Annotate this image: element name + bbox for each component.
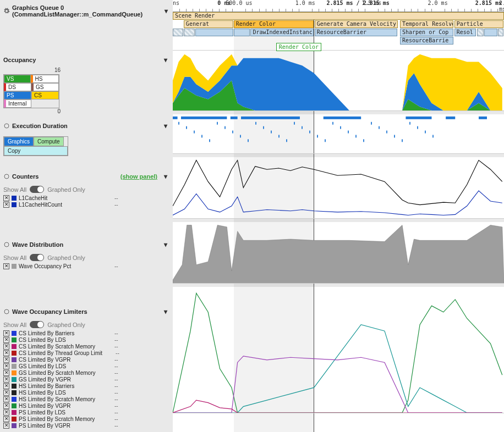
execution-lane[interactable] (173, 114, 504, 154)
list-item[interactable]: ✕GS Limited By VGPR-- (3, 376, 169, 383)
list-item[interactable]: ✕GS Limited By Scratch Memory-- (3, 370, 169, 376)
limiters-title: Wave Occupancy Limiters (12, 308, 87, 315)
event-bar[interactable] (195, 29, 233, 36)
list-item[interactable]: ✕PS Limited By Scratch Memory-- (3, 416, 169, 422)
checkbox-icon[interactable]: ✕ (3, 403, 9, 409)
list-item[interactable]: ✕CS Limited By LDS-- (3, 337, 169, 343)
event-bar[interactable]: ResourceBarrie (400, 37, 453, 45)
event-bar[interactable]: Generat (184, 20, 233, 28)
event-bar[interactable]: Particle (454, 20, 504, 28)
checkbox-icon[interactable]: ✕ (3, 350, 9, 356)
event-bar[interactable] (477, 29, 484, 36)
list-item[interactable]: ✕Wave Occupancy Pct-- (3, 263, 169, 269)
event-bar[interactable]: ResourceBarrier (315, 29, 398, 36)
legend-hs[interactable]: HS (31, 75, 59, 83)
svg-rect-37 (371, 122, 372, 125)
checkbox-icon[interactable]: ✕ (3, 344, 9, 350)
event-bar[interactable]: DrawIndexedInstanc (250, 29, 313, 36)
counter-value: -- (103, 396, 118, 402)
time-ruler[interactable]: 0 ns 2.815 ms / 2.815 ms 2.815 ms 0 ns50… (173, 0, 504, 12)
list-item[interactable]: ✕L1CacheHit-- (3, 195, 169, 201)
limiters-toggle[interactable] (30, 321, 44, 328)
event-bar[interactable] (484, 29, 497, 36)
legend-graphics[interactable]: Graphics (4, 137, 34, 146)
checkbox-icon[interactable]: ✕ (3, 383, 9, 389)
counters-header[interactable]: Counters (show panel) ▾ (3, 170, 169, 184)
chevron-down-icon[interactable]: ▾ (163, 7, 170, 15)
counters-title: Counters (12, 173, 39, 180)
checkbox-icon[interactable]: ✕ (3, 195, 9, 201)
event-bar[interactable]: Temporal Resolve (400, 20, 453, 28)
execution-header[interactable]: Execution Duration ▾ (3, 120, 169, 133)
counter-label: HS Limited By LDS (19, 390, 101, 396)
event-bar[interactable] (173, 29, 183, 36)
list-item[interactable]: ✕CS Limited By Thread Group Limit-- (3, 350, 169, 356)
svg-rect-22 (255, 122, 256, 125)
list-item[interactable]: ✕HS Limited By Barriers-- (3, 383, 169, 389)
legend-ds[interactable]: DS (4, 83, 31, 91)
chevron-down-icon[interactable]: ▾ (162, 241, 169, 248)
event-bar[interactable] (234, 29, 250, 36)
chevron-down-icon[interactable]: ▾ (162, 308, 169, 315)
list-item[interactable]: ✕HS Limited By Scratch Memory-- (3, 396, 169, 402)
checkbox-icon[interactable]: ✕ (3, 390, 9, 396)
event-bar[interactable]: Generate Camera Velocity (315, 20, 398, 28)
legend-compute[interactable]: Compute (34, 137, 64, 146)
occupancy-lane[interactable] (173, 51, 504, 111)
legend-copy[interactable]: Copy (4, 146, 68, 156)
color-swatch (12, 357, 17, 362)
svg-point-2 (4, 242, 9, 247)
event-bar[interactable]: Scene Render (173, 12, 504, 20)
counter-label: GS Limited By Scratch Memory (19, 370, 101, 376)
checkbox-icon[interactable]: ✕ (3, 363, 9, 369)
checkbox-icon[interactable]: ✕ (3, 376, 9, 383)
checkbox-icon[interactable]: ✕ (3, 370, 9, 376)
checkbox-icon[interactable]: ✕ (3, 409, 9, 416)
checkbox-icon[interactable]: ✕ (3, 416, 9, 422)
svg-rect-9 (406, 117, 431, 119)
list-item[interactable]: ✕GS Limited By LDS-- (3, 363, 169, 369)
event-bar[interactable] (184, 29, 195, 36)
wave-dist-header[interactable]: Wave Distribution ▾ (3, 239, 169, 252)
legend-gs[interactable]: GS (31, 83, 59, 91)
legend-vs[interactable]: VS (4, 75, 31, 83)
legend-cs[interactable]: CS (31, 91, 59, 99)
list-item[interactable]: ✕L1CacheHitCount-- (3, 202, 169, 208)
checkbox-icon[interactable]: ✕ (3, 263, 9, 269)
event-bar[interactable]: Sharpen or Cop (400, 29, 453, 36)
list-item[interactable]: ✕PS Limited By LDS-- (3, 409, 169, 416)
list-item[interactable]: ✕CS Limited By VGPR-- (3, 357, 169, 363)
counters-toggle[interactable] (30, 186, 44, 193)
list-item[interactable]: ✕CS Limited By Barriers-- (3, 330, 169, 336)
queue-header[interactable]: Graphics Queue 0 (CommandListManager::m_… (3, 2, 169, 21)
checkbox-icon[interactable]: ✕ (3, 330, 9, 336)
checkbox-icon[interactable]: ✕ (3, 357, 9, 363)
list-item[interactable]: ✕CS Limited By Scratch Memory-- (3, 344, 169, 350)
checkbox-icon[interactable]: ✕ (3, 396, 9, 402)
event-bar[interactable]: Resol (454, 29, 476, 36)
timeline-pane[interactable]: 0 ns 2.815 ms / 2.815 ms 2.815 ms 0 ns50… (173, 0, 504, 432)
checkbox-icon[interactable]: ✕ (3, 423, 9, 429)
svg-rect-23 (263, 126, 264, 129)
counters-lane[interactable] (173, 157, 504, 219)
chevron-down-icon[interactable]: ▾ (162, 122, 169, 130)
list-item[interactable]: ✕HS Limited By LDS-- (3, 390, 169, 396)
counter-label: Wave Occupancy Pct (19, 263, 101, 269)
event-bar[interactable]: Render Color (234, 20, 314, 28)
show-panel-link[interactable]: (show panel) (120, 173, 162, 180)
limiters-lane[interactable] (173, 287, 504, 413)
legend-ps[interactable]: PS (4, 91, 31, 99)
chevron-down-icon[interactable]: ▾ (162, 173, 169, 180)
list-item[interactable]: ✕PS Limited By VGPR-- (3, 423, 169, 429)
occupancy-header[interactable]: Occupancy ▾ (3, 54, 169, 67)
limiters-header[interactable]: Wave Occupancy Limiters ▾ (3, 306, 169, 319)
checkbox-icon[interactable]: ✕ (3, 337, 9, 343)
list-item[interactable]: ✕HS Limited By VGPR-- (3, 403, 169, 409)
wavedist-lane[interactable] (173, 222, 504, 284)
checkbox-icon[interactable]: ✕ (3, 202, 9, 208)
chevron-down-icon[interactable]: ▾ (162, 56, 169, 64)
wavedist-toggle[interactable] (30, 254, 44, 261)
event-bar[interactable] (498, 29, 503, 36)
legend-internal[interactable]: Internal (4, 99, 31, 108)
event-tree[interactable]: Scene Render GeneratRender ColorGenerate… (173, 12, 504, 51)
